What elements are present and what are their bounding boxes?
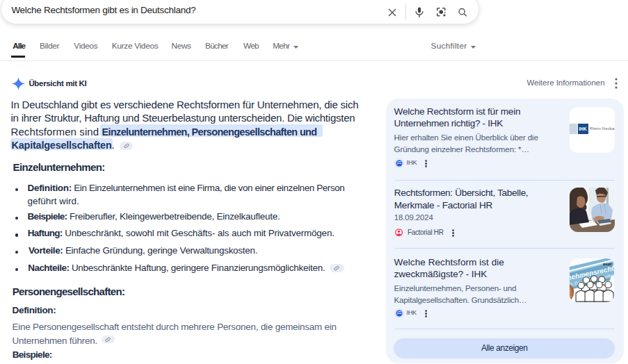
svg-text:expl: expl [603, 262, 611, 266]
